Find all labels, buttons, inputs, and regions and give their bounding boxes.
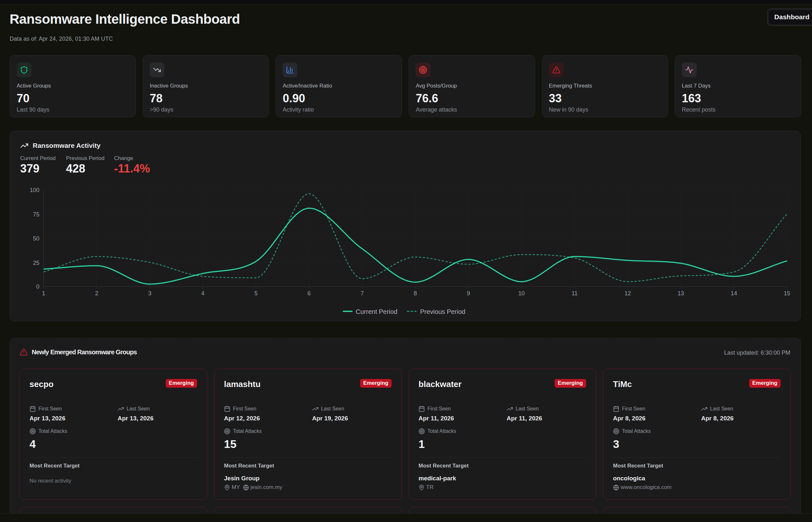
svg-text:15: 15: [784, 290, 790, 297]
svg-text:0: 0: [36, 283, 39, 290]
svg-text:8: 8: [414, 290, 417, 297]
svg-text:Current Period: Current Period: [356, 308, 397, 315]
svg-text:11: 11: [572, 290, 578, 297]
svg-text:75: 75: [33, 211, 39, 218]
svg-text:7: 7: [360, 290, 364, 297]
svg-text:2: 2: [95, 290, 98, 297]
svg-text:3: 3: [148, 290, 151, 297]
svg-text:4: 4: [201, 290, 205, 297]
svg-text:25: 25: [33, 260, 39, 266]
svg-text:5: 5: [254, 290, 258, 297]
svg-text:12: 12: [625, 290, 631, 297]
svg-text:100: 100: [30, 187, 39, 193]
svg-text:10: 10: [518, 290, 524, 297]
svg-text:50: 50: [33, 235, 39, 242]
svg-text:14: 14: [731, 290, 737, 297]
svg-text:Previous Period: Previous Period: [420, 308, 465, 315]
svg-text:1: 1: [42, 290, 45, 297]
svg-text:9: 9: [467, 290, 470, 297]
svg-text:6: 6: [308, 290, 311, 297]
svg-text:13: 13: [678, 290, 684, 297]
